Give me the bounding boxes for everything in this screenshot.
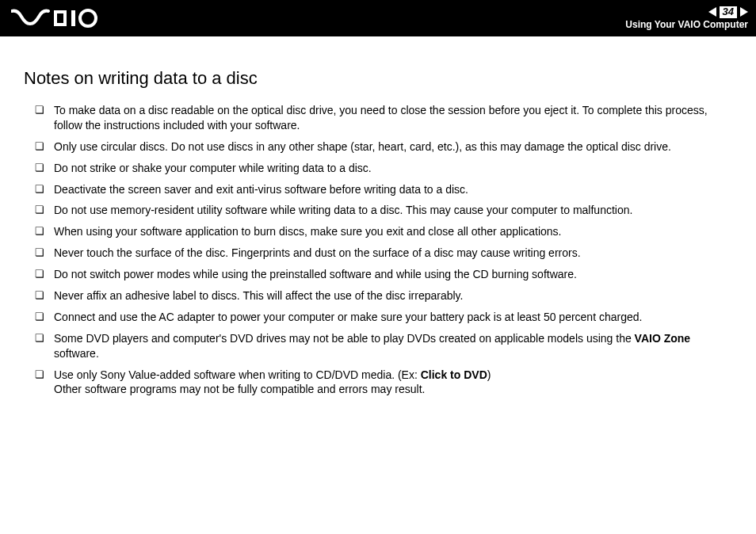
page-navigation: 34	[625, 6, 748, 17]
list-item: Deactivate the screen saver and exit ant…	[35, 182, 732, 197]
list-item-text: Use only Sony Value-added software when …	[54, 368, 421, 381]
list-item-text: Other software programs may not be fully…	[54, 383, 425, 395]
vaio-logo	[11, 9, 98, 28]
bold-term: Click to DVD	[421, 368, 487, 381]
list-item: Only use circular discs. Do not use disc…	[35, 139, 732, 154]
header-right: 34 Using Your VAIO Computer	[625, 6, 748, 29]
section-label: Using Your VAIO Computer	[625, 20, 748, 30]
list-item: Do not use memory-resident utility softw…	[35, 203, 732, 218]
list-item: To make data on a disc readable on the o…	[35, 103, 732, 133]
list-item: Use only Sony Value-added software when …	[35, 368, 732, 398]
list-item: When using your software application to …	[35, 224, 732, 239]
prev-page-arrow-icon[interactable]	[708, 7, 716, 17]
bold-term: VAIO Zone	[635, 332, 691, 345]
list-item: Do not strike or shake your computer whi…	[35, 161, 732, 176]
svg-point-1	[80, 10, 96, 26]
svg-rect-0	[71, 10, 75, 26]
list-item: Never affix an adhesive label to discs. …	[35, 288, 732, 303]
header-bar: 34 Using Your VAIO Computer	[0, 0, 756, 36]
page-title: Notes on writing data to a disc	[24, 68, 732, 89]
list-item: Never touch the surface of the disc. Fin…	[35, 246, 732, 261]
list-item: Do not switch power modes while using th…	[35, 267, 732, 282]
list-item-text: Some DVD players and computer's DVD driv…	[54, 332, 635, 345]
notes-list: To make data on a disc readable on the o…	[24, 103, 732, 397]
page-content: Notes on writing data to a disc To make …	[0, 36, 756, 397]
next-page-arrow-icon[interactable]	[740, 7, 748, 17]
list-item-text: software.	[54, 347, 99, 360]
list-item: Connect and use the AC adapter to power …	[35, 310, 732, 325]
page-number: 34	[720, 6, 737, 17]
list-item-text: )	[487, 368, 491, 381]
list-item: Some DVD players and computer's DVD driv…	[35, 331, 732, 361]
